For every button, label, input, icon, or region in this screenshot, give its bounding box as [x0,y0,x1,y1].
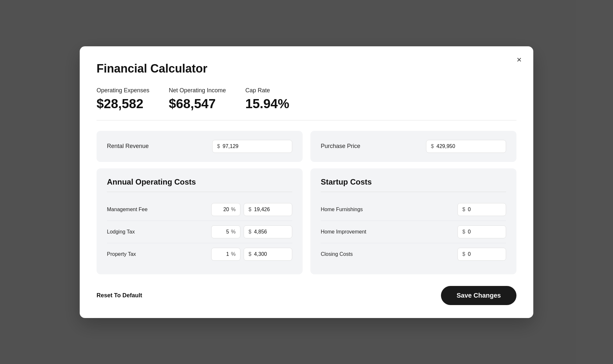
summary-row: Operating Expenses $28,582 Net Operating… [97,87,516,120]
property-tax-inputs: % $ [211,248,292,261]
home-improvement-row: Home Improvement $ [321,221,506,243]
rental-revenue-prefix: $ [217,143,220,149]
closing-costs-dollar-prefix: $ [462,251,465,257]
startup-costs-card: Startup Costs Home Furnishings $ Home Im… [310,168,516,274]
property-tax-percent-input[interactable] [216,251,229,257]
management-fee-dollar-prefix: $ [249,207,251,212]
lodging-tax-percent-input[interactable] [216,229,229,235]
home-improvement-amount-input[interactable] [468,229,501,235]
annual-costs-divider [107,192,292,192]
reset-button[interactable]: Reset To Default [97,292,142,299]
home-furnishings-amount-wrap: $ [457,203,506,216]
closing-costs-amount-input[interactable] [468,251,501,257]
lodging-tax-percent-wrap: % [211,225,240,238]
lodging-tax-dollar-prefix: $ [249,229,251,235]
home-improvement-amount-wrap: $ [457,225,506,238]
management-fee-amount-wrap: $ [244,203,292,216]
closing-costs-amount-wrap: $ [457,248,506,261]
home-furnishings-amount-input[interactable] [468,207,501,212]
property-tax-label: Property Tax [107,251,136,257]
startup-costs-divider [321,192,506,192]
lodging-tax-inputs: % $ [211,225,292,238]
cap-rate-value: 15.94% [245,97,289,111]
property-tax-dollar-prefix: $ [249,251,251,257]
rental-revenue-input[interactable] [223,143,287,149]
management-fee-percent-wrap: % [211,203,240,216]
home-improvement-dollar-prefix: $ [462,229,465,235]
purchase-price-input[interactable] [436,143,501,149]
modal-footer: Reset To Default Save Changes [97,286,516,305]
save-changes-button[interactable]: Save Changes [441,286,516,305]
purchase-price-card: Purchase Price $ [310,131,516,162]
operating-expenses-value: $28,582 [97,97,149,111]
management-fee-percent-symbol: % [231,207,236,212]
closing-costs-label: Closing Costs [321,251,353,257]
management-fee-percent-input[interactable] [216,207,229,212]
management-fee-row: Management Fee % $ [107,199,292,221]
management-fee-amount-input[interactable] [254,207,287,212]
home-improvement-label: Home Improvement [321,229,366,235]
rental-revenue-card: Rental Revenue $ [97,131,303,162]
property-tax-amount-input[interactable] [254,251,287,257]
modal-title: Financial Calculator [97,62,516,75]
home-furnishings-label: Home Furnishings [321,207,363,212]
lodging-tax-amount-wrap: $ [244,225,292,238]
purchase-price-label: Purchase Price [321,143,360,150]
operating-expenses-summary: Operating Expenses $28,582 [97,87,149,111]
property-tax-percent-symbol: % [231,251,236,257]
management-fee-inputs: % $ [211,203,292,216]
startup-costs-title: Startup Costs [321,177,506,187]
lodging-tax-label: Lodging Tax [107,229,135,235]
annual-operating-costs-card: Annual Operating Costs Management Fee % … [97,168,303,274]
operating-expenses-label: Operating Expenses [97,87,149,94]
home-furnishings-dollar-prefix: $ [462,207,465,212]
net-operating-income-label: Net Operating Income [169,87,226,94]
modal-overlay: × Financial Calculator Operating Expense… [0,0,613,364]
lodging-tax-row: Lodging Tax % $ [107,221,292,243]
lodging-tax-percent-symbol: % [231,229,236,235]
rental-revenue-label: Rental Revenue [107,143,149,150]
costs-grid: Annual Operating Costs Management Fee % … [97,168,516,274]
property-tax-percent-wrap: % [211,248,240,261]
net-operating-income-value: $68,547 [169,97,226,111]
top-inputs-grid: Rental Revenue $ Purchase Price $ [97,131,516,162]
management-fee-label: Management Fee [107,207,147,212]
home-furnishings-row: Home Furnishings $ [321,199,506,221]
property-tax-row: Property Tax % $ [107,243,292,265]
lodging-tax-amount-input[interactable] [254,229,287,235]
closing-costs-row: Closing Costs $ [321,243,506,265]
cap-rate-label: Cap Rate [245,87,289,94]
cap-rate-summary: Cap Rate 15.94% [245,87,289,111]
financial-calculator-modal: × Financial Calculator Operating Expense… [80,46,533,318]
rental-revenue-input-wrap: $ [212,140,292,153]
net-operating-income-summary: Net Operating Income $68,547 [169,87,226,111]
property-tax-amount-wrap: $ [244,248,292,261]
purchase-price-prefix: $ [431,143,434,149]
purchase-price-input-wrap: $ [426,140,506,153]
annual-operating-costs-title: Annual Operating Costs [107,177,292,187]
close-button[interactable]: × [514,54,524,65]
